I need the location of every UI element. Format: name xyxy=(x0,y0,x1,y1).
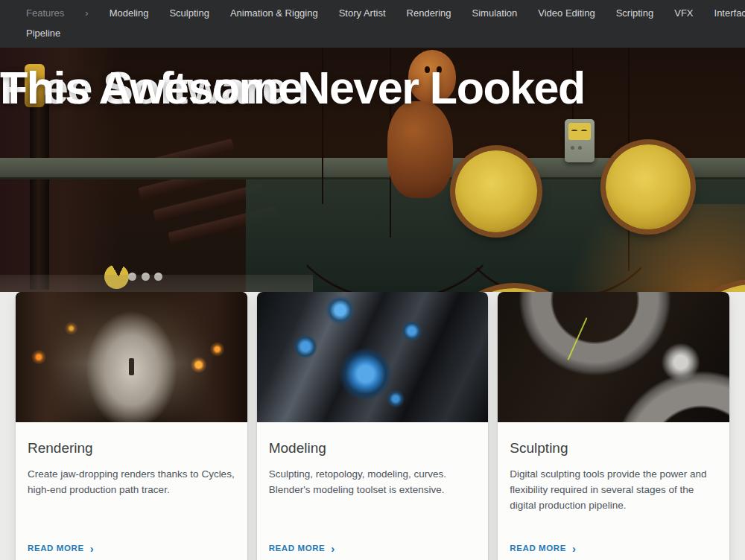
sculpting-card-description: Digital sculpting tools provide the powe… xyxy=(510,466,717,513)
hero-title-line2: This Awesome xyxy=(0,66,302,110)
nav-item-modeling[interactable]: Modeling xyxy=(110,7,149,19)
modeling-card-title: Modeling xyxy=(269,440,477,456)
hero-art-gadget xyxy=(565,119,595,162)
hero-art-yellow-disc xyxy=(606,144,691,229)
sculpting-card-title: Sculpting xyxy=(510,440,717,456)
hero-title: Free Software Never Looked This Awesome xyxy=(0,48,745,66)
nav-row-2: Pipeline xyxy=(26,23,719,43)
nav-item-animation-rigging[interactable]: Animation & Rigging xyxy=(230,7,318,19)
nav-item-vfx[interactable]: VFX xyxy=(674,7,693,19)
card-rendering: Rendering Create jaw-dropping renders th… xyxy=(16,292,247,560)
read-more-label: READ MORE xyxy=(269,544,326,553)
modeling-card-image xyxy=(257,292,489,422)
nav-item-interface[interactable]: Interface xyxy=(714,7,745,19)
hero-art-yellow-disc xyxy=(455,150,537,232)
hero-art-robot-body xyxy=(387,101,453,198)
modeling-read-more-link[interactable]: READ MORE › xyxy=(269,544,477,553)
card-sculpting: Sculpting Digital sculpting tools provid… xyxy=(498,292,729,560)
rendering-card-description: Create jaw-dropping renders thanks to Cy… xyxy=(28,466,235,497)
modeling-card-body: Modeling Sculpting, retopology, modeling… xyxy=(257,422,489,560)
chevron-right-icon: › xyxy=(85,7,88,19)
nav-item-pipeline[interactable]: Pipeline xyxy=(26,28,60,39)
rendering-image-figure xyxy=(129,358,134,375)
hero-art-gadget-eye xyxy=(571,130,577,133)
sculpting-image-streak xyxy=(567,317,587,360)
breadcrumb-features[interactable]: Features xyxy=(26,7,64,19)
features-section: Rendering Create jaw-dropping renders th… xyxy=(0,292,745,529)
hero-banner: Free Software Never Looked This Awesome xyxy=(0,48,745,324)
nav-row-1: Features › ModelingSculptingAnimation & … xyxy=(26,3,719,23)
rendering-card-body: Rendering Create jaw-dropping renders th… xyxy=(16,422,247,560)
sculpting-read-more-link[interactable]: READ MORE › xyxy=(510,544,717,553)
hero-art-gadget-button xyxy=(571,146,574,150)
chevron-right-icon: › xyxy=(90,544,95,553)
sculpting-card-body: Sculpting Digital sculpting tools provid… xyxy=(498,422,729,560)
chevron-right-icon: › xyxy=(331,544,335,553)
chevron-right-icon: › xyxy=(572,544,577,553)
rendering-card-image xyxy=(16,292,247,422)
hero-art-gadget-eye xyxy=(581,130,587,133)
rendering-read-more-link[interactable]: READ MORE › xyxy=(28,544,235,553)
sculpting-card-image xyxy=(498,292,729,422)
nav-item-story-artist[interactable]: Story Artist xyxy=(339,7,386,19)
top-nav: Features › ModelingSculptingAnimation & … xyxy=(0,0,745,48)
read-more-label: READ MORE xyxy=(510,544,566,553)
modeling-card-description: Sculpting, retopology, modeling, curves.… xyxy=(269,466,477,497)
card-modeling: Modeling Sculpting, retopology, modeling… xyxy=(257,292,489,560)
hero-art-gadget-button xyxy=(578,146,582,150)
nav-item-rendering[interactable]: Rendering xyxy=(407,7,451,19)
cards-row: Rendering Create jaw-dropping renders th… xyxy=(0,292,745,560)
nav-item-sculpting[interactable]: Sculpting xyxy=(169,7,209,19)
read-more-label: READ MORE xyxy=(28,544,84,553)
nav-item-simulation[interactable]: Simulation xyxy=(472,7,518,19)
nav-item-scripting[interactable]: Scripting xyxy=(616,7,654,19)
hero-art-pillar xyxy=(30,89,49,290)
hero-art-gadget-screen xyxy=(568,123,591,140)
nav-item-video-editing[interactable]: Video Editing xyxy=(538,7,595,19)
rendering-card-title: Rendering xyxy=(28,440,235,456)
